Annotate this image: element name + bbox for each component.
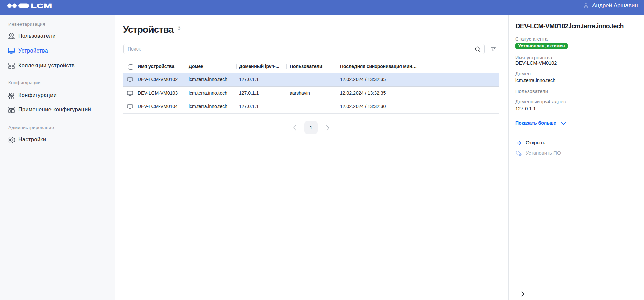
svg-text:LCM: LCM <box>31 3 52 9</box>
